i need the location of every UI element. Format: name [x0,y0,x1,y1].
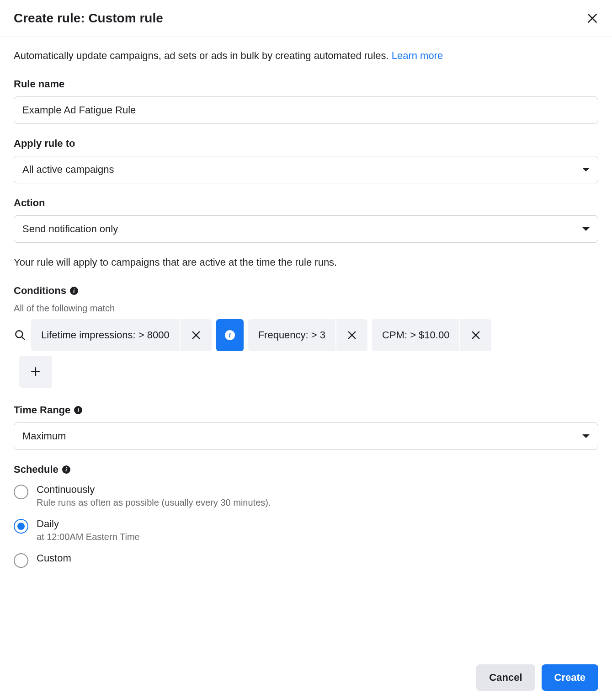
condition-chip-text: Frequency: > 3 [248,329,335,341]
action-value: Send notification only [22,223,118,235]
info-icon: i [225,330,235,340]
condition-chip[interactable]: Frequency: > 3 [248,319,367,351]
radio-button[interactable] [14,553,28,568]
caret-down-icon [582,168,590,171]
plus-icon [30,366,41,377]
condition-remove-button[interactable] [459,319,491,351]
condition-chip-text: Lifetime impressions: > 8000 [31,329,180,341]
close-icon [347,330,357,340]
condition-chip[interactable]: Lifetime impressions: > 8000 [31,319,212,351]
schedule-option-continuously[interactable]: Continuously Rule runs as often as possi… [14,484,598,508]
close-icon [191,330,201,340]
time-range-label: Time Range i [14,404,598,416]
radio-button[interactable] [14,519,28,534]
info-icon[interactable]: i [70,287,78,295]
description-text: Automatically update campaigns, ad sets … [14,50,392,61]
conditions-label: Conditions i [14,285,598,297]
radio-label: Custom [37,552,71,564]
rule-name-input[interactable] [14,96,598,124]
apply-rule-to-label: Apply rule to [14,138,598,150]
condition-info-button[interactable]: i [216,319,244,351]
search-icon[interactable] [14,329,27,341]
conditions-subtext: All of the following match [14,303,598,314]
apply-rule-to-value: All active campaigns [22,164,114,176]
condition-remove-button[interactable] [335,319,367,351]
radio-label: Continuously [37,484,271,496]
caret-down-icon [582,227,590,231]
radio-label: Daily [37,518,140,530]
action-select[interactable]: Send notification only [14,215,598,243]
close-icon [586,12,598,24]
radio-button[interactable] [14,485,28,499]
dialog-header: Create rule: Custom rule [0,0,612,37]
dialog-title: Create rule: Custom rule [14,11,163,26]
schedule-label: Schedule i [14,464,598,476]
apply-rule-to-select[interactable]: All active campaigns [14,156,598,183]
condition-remove-button[interactable] [180,319,212,351]
description: Automatically update campaigns, ad sets … [14,50,598,62]
conditions-row: Lifetime impressions: > 8000 i Frequency… [14,319,598,351]
rule-note: Your rule will apply to campaigns that a… [14,256,598,268]
condition-chip-text: CPM: > $10.00 [372,329,459,341]
info-icon[interactable]: i [74,406,82,414]
close-icon [471,330,481,340]
info-icon[interactable]: i [62,465,70,474]
schedule-option-daily[interactable]: Daily at 12:00AM Eastern Time [14,518,598,542]
caret-down-icon [582,434,590,438]
learn-more-link[interactable]: Learn more [392,50,443,61]
svg-line-3 [22,337,25,340]
dialog-content: Automatically update campaigns, ad sets … [0,37,612,623]
schedule-options: Continuously Rule runs as often as possi… [14,484,598,568]
radio-sublabel: Rule runs as often as possible (usually … [37,497,271,508]
time-range-value: Maximum [22,430,66,442]
time-range-select[interactable]: Maximum [14,422,598,450]
action-label: Action [14,197,598,209]
close-button[interactable] [586,12,598,24]
schedule-label-text: Schedule [14,464,59,476]
condition-chip[interactable]: CPM: > $10.00 [372,319,491,351]
rule-name-label: Rule name [14,78,598,90]
schedule-option-custom[interactable]: Custom [14,552,598,568]
time-range-label-text: Time Range [14,404,70,416]
radio-sublabel: at 12:00AM Eastern Time [37,532,140,542]
radio-checked-icon [17,523,25,530]
add-condition-button[interactable] [19,356,52,388]
conditions-label-text: Conditions [14,285,66,297]
